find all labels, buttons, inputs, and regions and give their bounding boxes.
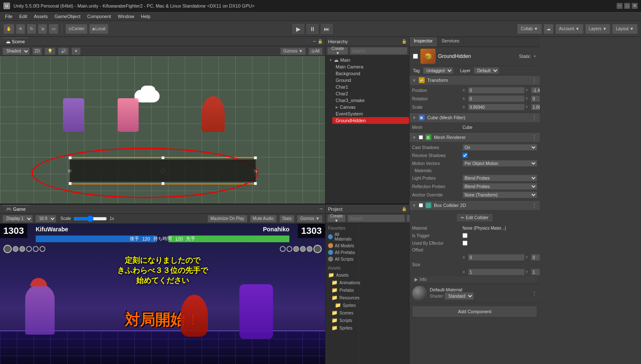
offset-x-input[interactable] — [468, 254, 525, 261]
shading-mode-select[interactable]: Shaded — [3, 47, 30, 55]
receive-shadows-checkbox[interactable] — [462, 153, 468, 158]
center-button[interactable]: ⊙ Center — [66, 24, 87, 34]
menu-component[interactable]: Component — [84, 13, 114, 20]
light-probes-select[interactable]: Blend Probes — [462, 175, 537, 181]
anchor-override-select[interactable]: None (Transform) — [462, 191, 537, 198]
mesh-renderer-enabled[interactable] — [419, 135, 423, 139]
pos-y-input[interactable] — [531, 87, 540, 94]
close-button[interactable]: ✕ — [632, 3, 638, 9]
resources-folder[interactable]: 📁 Resources — [331, 294, 357, 301]
static-dropdown-icon[interactable]: ▼ — [533, 55, 536, 58]
sprites-sub-folder[interactable]: 📁 Sprites — [334, 301, 357, 309]
maximize-button[interactable]: □ — [624, 3, 630, 9]
hierarchy-item-main-camera[interactable]: Main Camera — [332, 63, 409, 70]
animations-folder[interactable]: 📁 Animations — [331, 279, 357, 286]
scenes-folder[interactable]: 📁 Scenes — [331, 309, 357, 317]
game-panel-collapse-icon[interactable]: ─ — [320, 207, 323, 211]
rot-y-input[interactable] — [531, 95, 540, 102]
hierarchy-item-canvas[interactable]: ▶ Canvas — [332, 104, 409, 110]
fav-all-materials[interactable]: All Materials — [327, 231, 357, 242]
inspector-tab[interactable]: Inspector — [410, 37, 437, 47]
mesh-renderer-header[interactable]: ▼ ▦ Mesh Renderer ⋮ — [410, 133, 540, 142]
gizmos-button[interactable]: Gizmos ▼ — [280, 47, 306, 55]
shader-select[interactable]: Standard — [444, 292, 474, 300]
pause-button[interactable]: ⏸ — [306, 23, 319, 35]
is-trigger-checkbox[interactable] — [462, 233, 468, 238]
local-button[interactable]: ◈ Local — [89, 24, 108, 34]
collab-button[interactable]: Collab ▼ — [517, 24, 542, 34]
reflection-probes-select[interactable]: Blend Probes — [462, 183, 537, 190]
handle-br[interactable] — [254, 182, 257, 185]
layout-dropdown[interactable]: Layout ▼ — [612, 24, 638, 34]
assets-folder[interactable]: 📁 Assets — [327, 271, 357, 279]
hierarchy-item-groundhidden[interactable]: GroundHidden — [332, 117, 409, 124]
material-name[interactable]: Default-Material — [430, 287, 529, 292]
menu-assets[interactable]: Assets — [31, 13, 51, 20]
hierarchy-search-input[interactable] — [350, 47, 407, 55]
hierarchy-item-char2[interactable]: Char2 — [332, 90, 409, 97]
scripts-folder[interactable]: 📁 Scripts — [331, 317, 357, 324]
fav-all-models[interactable]: All Models — [327, 242, 357, 249]
rot-x-input[interactable] — [468, 95, 525, 102]
sprites-folder[interactable]: 📁 Sprites — [331, 324, 357, 332]
menu-file[interactable]: File — [2, 13, 16, 20]
game-tab[interactable]: 🎮 Game — [3, 205, 29, 213]
scale-x-input[interactable] — [468, 104, 525, 110]
2d-toggle-button[interactable]: 2D — [32, 47, 42, 55]
box-collider-options-icon[interactable]: ⋮ — [531, 202, 537, 209]
scale-slider[interactable] — [74, 216, 107, 222]
add-component-button[interactable]: Add Component — [413, 306, 536, 317]
hierarchy-item-ground[interactable]: Ground — [332, 77, 409, 84]
info-section[interactable]: ▶ Info — [412, 276, 537, 283]
hierarchy-item-char1[interactable]: Char1 — [332, 84, 409, 90]
minimize-button[interactable]: ─ — [617, 3, 623, 9]
hierarchy-item-char3omake[interactable]: Char3_omake — [332, 97, 409, 104]
hierarchy-item-main[interactable]: ▼ ⛰ Main — [326, 57, 409, 63]
transform-header[interactable]: ▼ ⇄ Transform ⋮ — [410, 76, 540, 85]
box-collider-enabled[interactable] — [419, 203, 423, 207]
project-search-input[interactable] — [347, 215, 405, 222]
mesh-renderer-options-icon[interactable]: ⋮ — [531, 134, 537, 141]
scale-y-input[interactable] — [531, 104, 540, 110]
game-gizmos-button[interactable]: Gizmos ▼ — [297, 215, 323, 223]
step-button[interactable]: ⏭ — [320, 23, 334, 35]
stats-button[interactable]: Stats — [279, 215, 295, 223]
menu-help[interactable]: Help — [137, 13, 154, 20]
layers-dropdown[interactable]: Layers ▼ — [585, 24, 611, 34]
menu-window[interactable]: Window — [114, 13, 137, 20]
mesh-filter-header[interactable]: ▼ ▣ Cube (Mesh Filter) ⋮ — [410, 113, 540, 122]
panel-lock-icon[interactable]: 🔒 — [318, 39, 323, 44]
hierarchy-lock-icon[interactable]: 🔒 — [402, 39, 407, 44]
project-lock-icon[interactable]: 🔒 — [402, 207, 407, 211]
transform-options-icon[interactable]: ⋮ — [531, 77, 537, 84]
scene-canvas[interactable] — [0, 56, 325, 204]
used-by-effector-checkbox[interactable] — [462, 241, 468, 246]
mesh-filter-options-icon[interactable]: ⋮ — [531, 114, 537, 121]
tag-select[interactable]: Untagged — [423, 67, 453, 74]
object-name[interactable]: GroundHidden — [438, 53, 517, 59]
material-options-icon[interactable]: ⋮ — [531, 290, 537, 297]
scene-audio-button[interactable]: 🔊 — [58, 47, 69, 55]
services-tab[interactable]: Services — [437, 37, 464, 47]
all-objects-button[interactable]: ◎All — [308, 47, 323, 55]
cloud-button[interactable]: ☁ — [544, 24, 554, 34]
mute-audio-button[interactable]: Mute Audio — [250, 215, 277, 223]
project-create-button[interactable]: Create ▼ — [327, 215, 346, 222]
size-y-input[interactable] — [531, 269, 540, 275]
layer-select[interactable]: Default — [474, 67, 499, 74]
prefabs-folder-left[interactable]: 📁 Prefabs — [331, 286, 357, 294]
hierarchy-item-eventsystem[interactable]: EventSystem — [332, 110, 409, 117]
scene-fx-button[interactable]: ✦ — [71, 47, 81, 55]
account-dropdown[interactable]: Account ▼ — [555, 24, 583, 34]
panel-collapse-icon[interactable]: ─ — [313, 39, 316, 44]
size-x-input[interactable] — [468, 269, 525, 275]
object-enabled-checkbox[interactable] — [413, 54, 418, 59]
menu-edit[interactable]: Edit — [16, 13, 31, 20]
move-tool-button[interactable]: ✛ — [16, 24, 25, 34]
play-button[interactable]: ▶ — [292, 23, 305, 35]
cast-shadows-select[interactable]: On — [462, 144, 537, 151]
fav-all-prefabs[interactable]: All Prefabs — [327, 249, 357, 256]
hand-tool-button[interactable]: ✋ — [3, 24, 14, 34]
rotate-tool-button[interactable]: ↻ — [27, 24, 36, 34]
aspect-select[interactable]: 16:9 — [35, 215, 56, 223]
